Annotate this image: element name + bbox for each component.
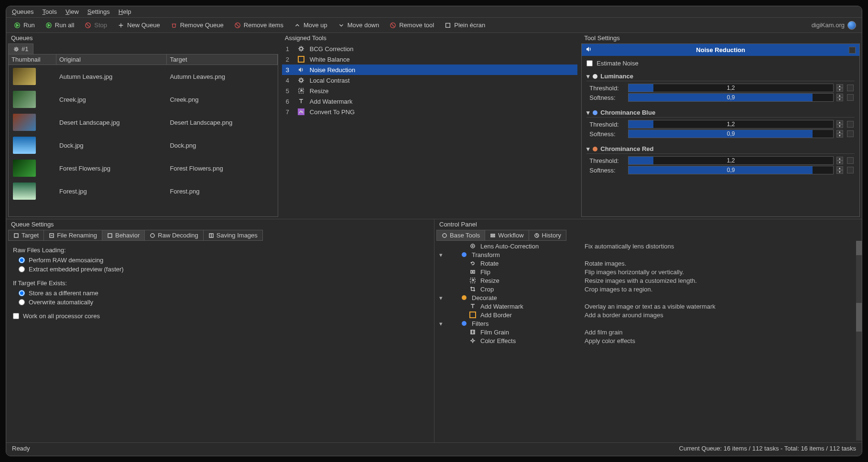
spinbox[interactable]: ▴▾ <box>836 94 843 101</box>
tab-workflow[interactable]: Workflow <box>485 230 529 241</box>
tree-item-lens-auto-correction[interactable]: Lens Auto-CorrectionFix automatically le… <box>437 242 859 250</box>
radio-tgt-1[interactable] <box>19 299 25 305</box>
tree-item-rotate[interactable]: RotateRotate images. <box>437 259 859 268</box>
assigned-tool-white-balance[interactable]: 2White Balance <box>282 54 578 64</box>
table-row[interactable]: Desert Landscape.jpgDesert Landscape.png <box>9 111 278 134</box>
tab-saving-images[interactable]: Saving Images <box>203 230 263 241</box>
reset-button[interactable] <box>847 130 854 137</box>
detach-button[interactable] <box>849 47 856 54</box>
resize-icon <box>469 277 477 284</box>
tab-behavior[interactable]: Behavior <box>102 230 145 241</box>
table-row[interactable]: Forest Flowers.jpgForest Flowers.png <box>9 157 278 180</box>
spinbox[interactable]: ▴▾ <box>836 120 843 128</box>
col-thumbnail[interactable]: Thumbnail <box>9 54 56 64</box>
section-header[interactable]: ▾Luminance <box>586 72 855 81</box>
tree-item-filters[interactable]: ▾Filters <box>437 319 859 328</box>
tree-item-flip[interactable]: FlipFlip images horizontally or vertical… <box>437 268 859 276</box>
menu-help[interactable]: Help <box>119 8 131 15</box>
assigned-tool-local-contrast[interactable]: 4Local Contrast <box>282 75 578 86</box>
tab-icon <box>490 233 496 238</box>
table-row[interactable]: Forest.jpgForest.png <box>9 180 278 203</box>
slider[interactable]: 0,9 <box>628 129 834 138</box>
svg-point-12 <box>300 47 303 50</box>
tab-icon <box>150 233 155 238</box>
tree-item-crop[interactable]: CropCrop images to a region. <box>437 285 859 293</box>
slider[interactable]: 1,2 <box>628 156 834 165</box>
tab-raw-decoding[interactable]: Raw Decoding <box>144 230 204 241</box>
tree-item-resize[interactable]: ResizeResize images with a customized le… <box>437 276 859 285</box>
spinbox[interactable]: ▴▾ <box>836 166 843 174</box>
svg-point-18 <box>151 234 154 237</box>
tab-base-tools[interactable]: Base Tools <box>436 230 485 241</box>
reset-button[interactable] <box>847 121 854 128</box>
queues-panel: Queues #1 Thumbnail Original Target Autu… <box>6 33 280 219</box>
radio-tgt-0[interactable] <box>19 290 25 296</box>
tree-item-add-watermark[interactable]: Add WatermarkOverlay an image or text as… <box>437 302 859 311</box>
section-header[interactable]: ▾Chrominance Red <box>586 144 855 154</box>
slider[interactable]: 0,9 <box>628 93 834 102</box>
menu-queues[interactable]: Queues <box>12 8 34 15</box>
queue-table[interactable]: Thumbnail Original Target Autumn Leaves.… <box>8 54 278 217</box>
target-cell: Forest.png <box>167 185 277 198</box>
new-queue-button[interactable]: New Queue <box>116 21 162 30</box>
radio-raw-0[interactable] <box>19 257 25 263</box>
assigned-tool-bcg-correction[interactable]: 1BCG Correction <box>282 43 578 54</box>
tree-item-film-grain[interactable]: Film GrainAdd film grain <box>437 328 859 336</box>
remove-tool-button[interactable]: Remove tool <box>388 21 436 30</box>
move-up-button[interactable]: Move up <box>292 21 329 30</box>
spinbox[interactable]: ▴▾ <box>836 84 843 92</box>
assigned-tools-panel: Assigned Tools 1BCG Correction2White Bal… <box>280 33 580 219</box>
tree-item-decorate[interactable]: ▾Decorate <box>437 293 859 302</box>
remove-items-button[interactable]: Remove items <box>232 21 285 30</box>
table-row[interactable]: Autumn Leaves.jpgAutumn Leaves.png <box>9 65 278 88</box>
run-button[interactable]: Run <box>12 21 37 30</box>
tree-item-add-border[interactable]: Add BorderAdd a border around images <box>437 311 859 319</box>
expander-icon: ▾ <box>439 251 444 258</box>
reset-button[interactable] <box>847 157 854 164</box>
brand-link[interactable]: digiKam.org <box>812 21 856 30</box>
reset-button[interactable] <box>847 85 854 91</box>
reset-button[interactable] <box>847 94 854 101</box>
globe-icon <box>847 21 856 30</box>
tree-item-transform[interactable]: ▾Transform <box>437 250 859 259</box>
table-row[interactable]: Creek.jpgCreek.png <box>9 88 278 111</box>
fullscreen-button[interactable]: Plein écran <box>443 21 487 30</box>
spinbox[interactable]: ▴▾ <box>836 157 843 164</box>
tab-history[interactable]: History <box>529 230 566 241</box>
tree-item-color-effects[interactable]: Color EffectsApply color effects <box>437 336 859 345</box>
spinbox[interactable]: ▴▾ <box>836 130 843 138</box>
reset-button[interactable] <box>847 167 854 173</box>
menu-tools[interactable]: Tools <box>43 8 57 15</box>
assigned-tool-noise-reduction[interactable]: 3Noise Reduction <box>282 64 578 75</box>
scrollbar[interactable] <box>856 241 862 441</box>
menu-settings[interactable]: Settings <box>87 8 110 15</box>
remove-queue-button[interactable]: Remove Queue <box>169 21 226 30</box>
estimate-noise-checkbox[interactable] <box>586 60 593 66</box>
move-down-button[interactable]: Move down <box>336 21 381 30</box>
assigned-tool-resize[interactable]: 5Resize <box>282 86 578 96</box>
slider[interactable]: 1,2 <box>628 120 834 129</box>
tab-file-renaming[interactable]: File Renaming <box>43 230 102 241</box>
col-original[interactable]: Original <box>56 54 167 64</box>
assigned-tool-convert-to-png[interactable]: 7Convert To PNG <box>282 107 578 117</box>
queue-tab-1[interactable]: #1 <box>8 43 33 54</box>
svg-rect-21 <box>491 234 495 235</box>
menu-view[interactable]: View <box>65 8 79 15</box>
film-icon <box>469 328 477 336</box>
bulb-icon <box>593 110 597 115</box>
stop-button[interactable]: Stop <box>83 21 109 30</box>
status-ready: Ready <box>12 445 30 452</box>
section-header[interactable]: ▾Chrominance Blue <box>586 108 855 118</box>
assigned-tool-add-watermark[interactable]: 6Add Watermark <box>282 96 578 107</box>
all-cores-checkbox[interactable] <box>13 313 19 319</box>
control-panel-title: Control Panel <box>434 219 862 230</box>
tab-icon <box>208 233 214 238</box>
slider[interactable]: 1,2 <box>628 84 834 92</box>
tab-target[interactable]: Target <box>8 230 44 241</box>
radio-raw-1[interactable] <box>19 266 25 272</box>
col-target[interactable]: Target <box>167 54 277 64</box>
table-row[interactable]: Dock.jpgDock.png <box>9 134 278 157</box>
flip-icon <box>469 268 477 276</box>
slider[interactable]: 0,9 <box>628 166 834 174</box>
run-all-button[interactable]: Run all <box>43 21 76 30</box>
